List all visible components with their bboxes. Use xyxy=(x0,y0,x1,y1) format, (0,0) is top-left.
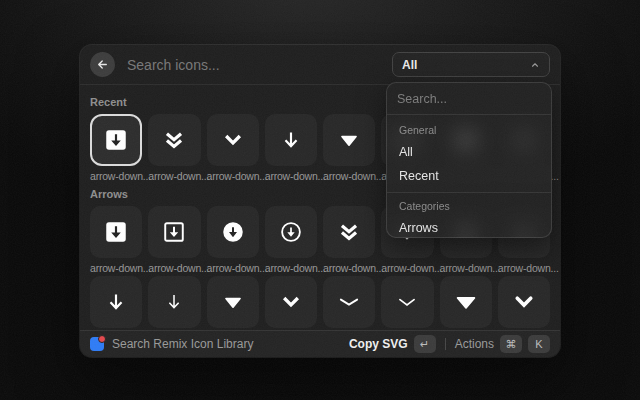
arrow-down-box-fill-icon xyxy=(103,219,129,245)
back-button[interactable] xyxy=(90,52,115,77)
tile-cell: arrow-down... xyxy=(265,114,317,182)
arrow-down-long-icon xyxy=(103,289,129,315)
tile-label: arrow-down... xyxy=(323,170,375,182)
icon-tile-arrow-down-long[interactable] xyxy=(265,114,317,166)
icon-tile-arrow-down-box-fill[interactable] xyxy=(90,114,142,166)
tile-cell xyxy=(440,276,492,328)
icon-tile-arrow-down-double[interactable] xyxy=(148,114,200,166)
icon-search-window: All Recentarrow-down...arrow-down...arro… xyxy=(80,45,560,357)
arrow-down-circle-line-icon xyxy=(278,219,304,245)
chevron-down-thin-wide-icon xyxy=(336,289,362,315)
tile-cell xyxy=(381,276,433,328)
tile-label: arrow-down... xyxy=(90,262,142,274)
actions-menu-button[interactable]: Actions xyxy=(455,337,494,351)
tile-cell xyxy=(498,276,550,328)
cmd-key-badge[interactable]: ⌘ xyxy=(500,335,522,353)
tile-cell xyxy=(148,276,200,328)
tile-cell: arrow-down... xyxy=(90,206,142,274)
footer-actions: Copy SVG ↵ Actions ⌘ K xyxy=(349,335,550,353)
copy-svg-action[interactable]: Copy SVG xyxy=(349,337,408,351)
category-dropdown-panel: GeneralAllRecentCategoriesArrowsBuilding… xyxy=(386,82,552,238)
icon-tile-arrow-down-box-fill[interactable] xyxy=(90,206,142,258)
k-key-badge[interactable]: K xyxy=(528,335,550,353)
chevron-down-bold-icon xyxy=(278,289,304,315)
tile-label: arrow-down... xyxy=(265,170,317,182)
arrow-down-long-icon xyxy=(278,127,304,153)
arrow-down-box-fill-icon xyxy=(103,127,129,153)
triangle-down-fill-icon xyxy=(220,289,246,315)
triangle-down-fill-icon xyxy=(336,127,362,153)
tile-cell: arrow-down... xyxy=(323,206,375,274)
category-filter-select[interactable]: All xyxy=(392,52,550,77)
tile-cell: arrow-down... xyxy=(323,114,375,182)
dropdown-list: GeneralAllRecentCategoriesArrowsBuilding… xyxy=(387,115,551,238)
chevron-down-thin-icon xyxy=(394,289,420,315)
tile-cell: arrow-down... xyxy=(265,206,317,274)
tile-label: arrow-down... xyxy=(381,262,433,274)
tile-label: arrow-down... xyxy=(148,262,200,274)
chevron-down-bold-icon xyxy=(220,127,246,153)
footer-divider xyxy=(445,338,446,350)
footer-title: Search Remix Icon Library xyxy=(112,337,341,351)
arrow-down-box-line-icon xyxy=(161,219,187,245)
icon-tile-triangle-down-fill-wide[interactable] xyxy=(440,276,492,328)
tile-label: arrow-down... xyxy=(498,262,550,274)
icon-tile-arrow-down-long-thin[interactable] xyxy=(148,276,200,328)
topbar: All xyxy=(80,45,560,85)
tile-cell: arrow-down... xyxy=(207,206,259,274)
icon-search-input[interactable] xyxy=(125,56,382,74)
tile-cell xyxy=(90,276,142,328)
arrow-left-icon xyxy=(96,58,109,71)
tile-cell xyxy=(323,276,375,328)
arrow-down-double-icon xyxy=(336,219,362,245)
tile-label: arrow-down... xyxy=(90,170,142,182)
footer-bar: Search Remix Icon Library Copy SVG ↵ Act… xyxy=(80,330,560,357)
icon-tile-arrow-down-circle-line[interactable] xyxy=(265,206,317,258)
dropdown-item-all[interactable]: All xyxy=(393,140,545,164)
dropdown-group-label-categories: Categories xyxy=(393,193,545,216)
triangle-down-fill-wide-icon xyxy=(453,289,479,315)
tile-label: arrow-down... xyxy=(148,170,200,182)
dropdown-item-arrows[interactable]: Arrows xyxy=(393,216,545,238)
icon-tile-arrow-down-long[interactable] xyxy=(90,276,142,328)
arrow-down-long-thin-icon xyxy=(161,289,187,315)
tile-cell: arrow-down... xyxy=(148,114,200,182)
dropdown-search-input[interactable] xyxy=(387,83,551,115)
icon-tile-arrow-down-circle-fill[interactable] xyxy=(207,206,259,258)
dropdown-item-recent[interactable]: Recent xyxy=(393,164,545,188)
tile-label: arrow-down... xyxy=(207,262,259,274)
tile-cell: arrow-down... xyxy=(90,114,142,182)
filter-value: All xyxy=(402,58,417,72)
tile-row xyxy=(90,276,550,328)
enter-key-badge[interactable]: ↵ xyxy=(414,335,436,353)
icon-tile-chevron-down-thin[interactable] xyxy=(381,276,433,328)
arrow-down-circle-fill-icon xyxy=(220,219,246,245)
tile-cell xyxy=(207,276,259,328)
icon-tile-arrow-down-double[interactable] xyxy=(323,206,375,258)
extension-logo-icon xyxy=(90,337,104,351)
chevron-up-icon xyxy=(530,60,540,70)
dropdown-group-label-general: General xyxy=(393,117,545,140)
tile-cell: arrow-down... xyxy=(207,114,259,182)
icon-tile-chevron-down-thin-wide[interactable] xyxy=(323,276,375,328)
tile-label: arrow-down... xyxy=(265,262,317,274)
tile-label: arrow-down... xyxy=(440,262,492,274)
icon-tile-chevron-down-bold[interactable] xyxy=(207,114,259,166)
tile-cell xyxy=(265,276,317,328)
icon-tile-chevron-down-bold[interactable] xyxy=(265,276,317,328)
icon-tile-triangle-down-fill[interactable] xyxy=(323,114,375,166)
arrow-down-double-icon xyxy=(161,127,187,153)
tile-label: arrow-down... xyxy=(323,262,375,274)
chevron-down-thick-icon xyxy=(511,289,537,315)
tile-label: arrow-down... xyxy=(207,170,259,182)
tile-cell: arrow-down... xyxy=(148,206,200,274)
icon-tile-triangle-down-fill[interactable] xyxy=(207,276,259,328)
icon-tile-chevron-down-thick[interactable] xyxy=(498,276,550,328)
icon-tile-arrow-down-box-line[interactable] xyxy=(148,206,200,258)
